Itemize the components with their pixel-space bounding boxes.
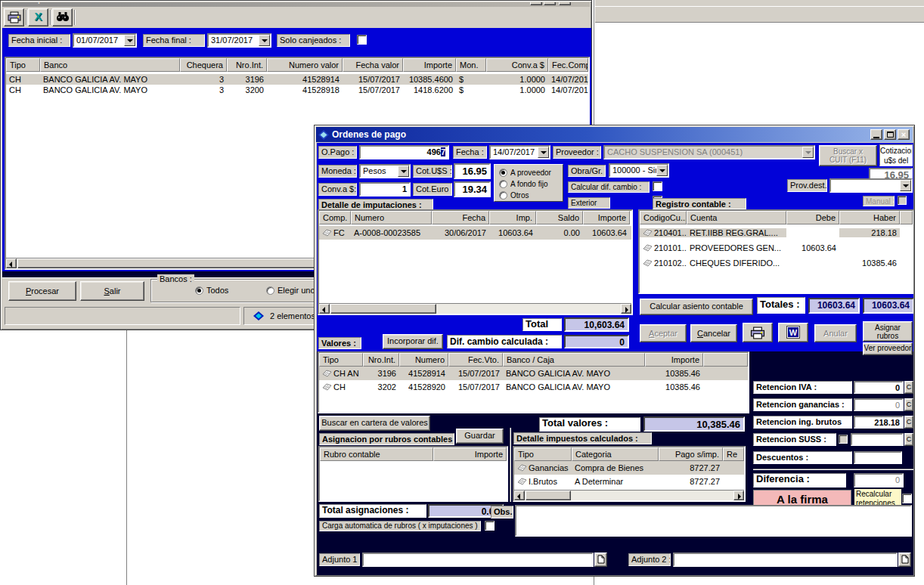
column-header[interactable]: Imp. — [489, 211, 536, 224]
column-header[interactable]: Importe — [403, 58, 456, 72]
bancos-elegir-radio[interactable]: Elegir uno — [266, 286, 315, 295]
proveedor-select[interactable]: CACHO SUSPENSION SA (000451) — [603, 145, 815, 159]
descuentos-value[interactable] — [854, 451, 902, 464]
column-header[interactable] — [900, 211, 913, 224]
provdest-select[interactable] — [829, 178, 913, 193]
retencion-ganancias-c-button[interactable]: C — [904, 398, 913, 411]
column-header[interactable]: Conv.a $ — [486, 58, 548, 72]
retencion-brutos-c-button[interactable]: C — [904, 416, 913, 429]
retencion-iva-value[interactable]: 0 — [854, 381, 904, 394]
retencion-suss-c-button[interactable]: C — [904, 433, 913, 446]
column-header[interactable]: Saldo — [536, 211, 583, 224]
opago-input[interactable]: 4967 — [359, 145, 449, 159]
cotus-value[interactable]: 16.95 — [454, 163, 491, 179]
export-word-button[interactable]: W — [778, 323, 808, 342]
procesar-button[interactable]: Procesar — [8, 281, 76, 301]
retencion-suss-value[interactable] — [851, 433, 904, 446]
dropdown-arrow-icon[interactable] — [900, 180, 911, 191]
dropdown-arrow-icon[interactable] — [124, 35, 135, 46]
column-header[interactable]: Tipo — [6, 58, 40, 72]
column-header[interactable]: Numero — [351, 211, 432, 224]
column-header[interactable]: Debe — [786, 211, 839, 224]
moneda-select[interactable]: Pesos — [359, 164, 411, 178]
adjunto1-browse-button[interactable] — [594, 552, 607, 567]
column-header[interactable]: Fec.Comp. — [548, 58, 588, 72]
retencion-ganancias-value[interactable]: 0 — [854, 398, 904, 411]
carga-automatica-checkbox[interactable] — [485, 521, 495, 531]
column-header[interactable]: Comp. — [319, 211, 351, 224]
column-header[interactable]: Fecha — [432, 211, 489, 224]
column-header[interactable]: Importe — [583, 211, 630, 224]
table-row[interactable]: 210101... PROVEEDORES GEN... 10603.64 — [640, 241, 913, 255]
cheques-close-button[interactable] — [559, 2, 571, 5]
column-header[interactable]: Banco / Caja — [503, 353, 645, 367]
otros-radio[interactable]: Otros — [499, 190, 563, 201]
column-header[interactable]: Fecha valor — [343, 58, 403, 72]
excel-export-button[interactable]: X — [28, 8, 48, 26]
obra-select[interactable]: 100000 - Sir — [609, 163, 669, 178]
retencion-suss-checkbox[interactable] — [839, 435, 848, 444]
horizontal-scrollbar[interactable] — [514, 490, 744, 500]
column-header[interactable]: Chequera — [180, 58, 227, 72]
dropdown-arrow-icon[interactable] — [656, 165, 668, 176]
scrollbar-thumb[interactable] — [330, 304, 436, 314]
column-header[interactable]: Categoria — [572, 447, 659, 461]
table-row[interactable]: FC A-0008-00023585 30/06/2017 10603.64 0… — [319, 226, 631, 240]
salir-button[interactable]: Salir — [80, 281, 144, 301]
table-row[interactable]: CH 3202 41528920 15/07/2017 BANCO GALICI… — [319, 380, 748, 394]
table-row[interactable]: 210102... CHEQUES DIFERIDO... 10385.46 — [640, 256, 913, 270]
column-header[interactable]: Haber — [839, 211, 900, 224]
ordenes-titlebar[interactable]: Ordenes de pago × — [316, 127, 913, 142]
coteuro-value[interactable]: 19.34 — [454, 181, 491, 197]
minimize-button[interactable] — [870, 129, 882, 140]
column-header[interactable]: Numero — [399, 353, 448, 367]
scroll-right-button[interactable] — [621, 304, 631, 314]
fecha-select[interactable]: 14/07/2017 — [489, 145, 550, 159]
cheques-maximize-button[interactable] — [544, 2, 556, 5]
scroll-left-button[interactable] — [514, 491, 525, 500]
close-button[interactable]: × — [898, 129, 910, 140]
retencion-iva-c-button[interactable]: C — [904, 381, 913, 394]
table-row[interactable]: CH AN 3196 41528914 15/07/2017 BANCO GAL… — [319, 367, 748, 380]
dropdown-arrow-icon[interactable] — [538, 147, 549, 158]
calcular-asiento-button[interactable]: Calcular asiento contable — [640, 299, 753, 315]
solo-canjeados-checkbox[interactable] — [357, 35, 367, 45]
column-header[interactable]: Tipo — [319, 353, 363, 367]
obs-textarea[interactable] — [515, 505, 912, 537]
scroll-left-button[interactable] — [6, 258, 17, 268]
print-button[interactable] — [4, 8, 24, 26]
recalcular-checkbox[interactable] — [902, 494, 912, 503]
column-header[interactable] — [703, 353, 748, 367]
incorporar-dif-button[interactable]: Incorporar dif. — [383, 334, 443, 349]
asignar-rubros-button[interactable]: Asignar rubros contables — [863, 321, 913, 342]
cancelar-button[interactable]: Cancelar — [690, 324, 737, 342]
scroll-left-button[interactable] — [319, 304, 330, 314]
column-header[interactable]: Rubro contable — [320, 447, 433, 461]
maximize-button[interactable] — [884, 129, 896, 140]
guardar-button[interactable]: Guardar — [456, 429, 504, 444]
table-row[interactable]: Ganancias Compra de Bienes 8727.27 — [514, 461, 744, 475]
table-row[interactable]: 210401... RET.IIBB REG.GRAL.... 218.18 — [640, 226, 913, 240]
retencion-brutos-value[interactable]: 218.18 — [854, 416, 904, 429]
cheques-minimize-button[interactable] — [530, 2, 542, 5]
table-row[interactable]: CH BANCO GALICIA AV. MAYO 3 3196 4152891… — [6, 74, 588, 85]
column-header[interactable]: CodigoCu... — [640, 211, 687, 224]
dropdown-arrow-icon[interactable] — [259, 35, 270, 46]
buscar-cuit-button[interactable]: Buscar x CUIT (F11) — [819, 145, 877, 166]
a-fondo-fijo-radio[interactable]: A fondo fijo — [499, 178, 563, 190]
scroll-right-button[interactable] — [733, 491, 744, 500]
bancos-todos-radio[interactable]: Todos — [195, 286, 228, 295]
scrollbar-thumb[interactable] — [526, 491, 571, 500]
column-header[interactable]: Pago s/imp. — [659, 447, 723, 461]
anular-button[interactable]: Anular — [814, 324, 857, 342]
aceptar-button[interactable]: Aceptar — [640, 324, 687, 342]
ver-proveedor-button[interactable]: Ver proveedor — [863, 342, 913, 355]
column-header[interactable]: Fec.Vto. — [448, 353, 503, 367]
column-header[interactable]: Nro.Int. — [227, 58, 267, 72]
column-header[interactable]: Re — [723, 447, 744, 461]
conv-input[interactable]: 1 — [359, 182, 411, 197]
column-header[interactable]: Banco — [40, 58, 180, 72]
column-header[interactable]: Mon. — [456, 58, 486, 72]
table-row[interactable]: I.Brutos A Determinar 8727.27 — [514, 475, 744, 488]
horizontal-scrollbar[interactable] — [319, 303, 631, 314]
